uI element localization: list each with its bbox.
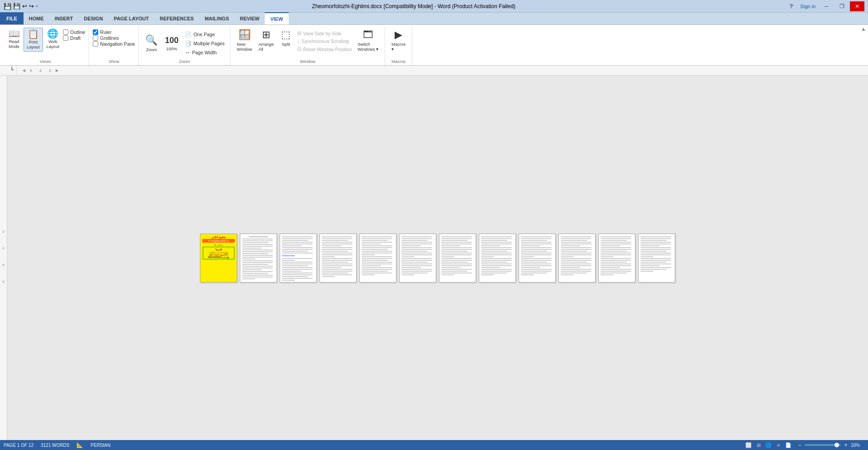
ruler-checkbox[interactable] (93, 29, 98, 35)
t (401, 249, 432, 250)
layout-icon: 📐 (76, 442, 83, 448)
switch-windows-button[interactable]: 🗔 SwitchWindows ▾ (355, 28, 381, 53)
p10 (559, 234, 595, 278)
left-ruler-marks: 2 4 6 8 (0, 76, 7, 284)
zoom-decrease-button[interactable]: − (796, 442, 803, 448)
sync-scrolling-button[interactable]: ↕ Synchronous Scrolling (296, 38, 354, 45)
tab-home[interactable]: HOME (24, 12, 49, 24)
t (401, 245, 421, 246)
outline-view-btn[interactable]: ≡ (774, 441, 783, 449)
tab-mailings[interactable]: MAILINGS (199, 12, 234, 24)
arrange-all-button[interactable]: ⊞ ArrangeAll (256, 28, 277, 53)
t (481, 260, 512, 261)
quick-access-save[interactable]: 💾 (13, 3, 20, 10)
multiple-pages-button[interactable]: 📑 Multiple Pages (183, 39, 226, 48)
print-layout-button[interactable]: 📋 PrintLayout (24, 28, 43, 52)
t (561, 267, 580, 268)
restore-button[interactable]: ❐ (835, 1, 849, 11)
multiple-pages-icon: 📑 (185, 40, 191, 47)
tab-insert[interactable]: INSERT (49, 12, 78, 24)
reset-window-button[interactable]: ⊡ Reset Window Position (296, 45, 354, 53)
close-button[interactable]: ✕ (850, 1, 864, 11)
t (601, 253, 631, 254)
quick-access-redo[interactable]: ↪ (29, 3, 34, 10)
zoom-slider[interactable] (805, 444, 841, 446)
split-button[interactable]: ⬚ Split (277, 28, 295, 48)
text-line (242, 253, 268, 254)
tab-file[interactable]: FILE (0, 12, 24, 24)
minimize-button[interactable]: ─ (819, 1, 834, 11)
left-ruler: 2 4 6 8 (0, 76, 7, 440)
new-window-button[interactable]: 🪟 NewWindow (234, 28, 255, 53)
view-mode-buttons: ⬜ ⊞ 🌐 ≡ 📄 (744, 441, 793, 449)
t (322, 236, 353, 237)
views-group-label: Views (40, 59, 51, 65)
t (640, 238, 671, 239)
draft-checkbox[interactable] (63, 35, 68, 41)
t (401, 253, 432, 254)
t (441, 253, 472, 254)
t (640, 265, 660, 266)
tab-references[interactable]: REFERENCES (154, 12, 199, 24)
t (322, 271, 353, 272)
p9 (519, 234, 555, 278)
view-side-by-side-button[interactable]: ⊟ View Side by Side (296, 29, 354, 37)
help-button[interactable]: ? (789, 3, 793, 10)
ribbon-collapse-button[interactable]: ▲ (861, 26, 866, 32)
tab-page-layout[interactable]: PAGE LAYOUT (108, 12, 154, 24)
page-2-content (240, 234, 277, 282)
t (362, 271, 388, 272)
print-view-btn[interactable]: ⬜ (744, 441, 753, 449)
draft-checkbox-label[interactable]: Draft (63, 35, 85, 41)
ruler-arrow-left[interactable]: ◄ (22, 68, 26, 73)
one-page-button[interactable]: 📄 One Page (183, 30, 226, 38)
one-page-label: One Page (193, 32, 215, 37)
read-mode-button[interactable]: 📖 ReadMode (5, 28, 23, 51)
t (362, 253, 392, 254)
page-header-line (248, 236, 268, 237)
ad-box: فارمیا پروژه دی ف، پایلوت با کمترین قیمت… (203, 247, 234, 259)
t (401, 265, 432, 266)
ribbon-group-show: Ruler Gridlines Navigation Pane Show (89, 26, 139, 65)
quick-access-undo[interactable]: ↩ (22, 3, 27, 10)
ruler-checkbox-label[interactable]: Ruler (93, 29, 135, 35)
t (322, 240, 348, 241)
outline-checkbox-label[interactable]: Outline (63, 29, 85, 35)
t (322, 263, 353, 264)
t (441, 258, 472, 259)
text-line (242, 244, 273, 245)
zoom-increase-button[interactable]: + (843, 442, 849, 448)
text-line (242, 275, 273, 276)
page-11 (598, 234, 635, 282)
nav-pane-checkbox[interactable] (93, 41, 98, 47)
sign-in-button[interactable]: Sign in (800, 4, 816, 9)
t (521, 238, 552, 239)
tab-design[interactable]: DESIGN (78, 12, 108, 24)
web-view-btn[interactable]: 🌐 (764, 441, 773, 449)
tab-view[interactable]: VIEW (265, 12, 288, 24)
t (521, 247, 552, 248)
t (521, 251, 547, 252)
ruler-arrow-right[interactable]: ► (55, 68, 59, 73)
t (601, 244, 631, 244)
t (481, 249, 512, 250)
ribbon-group-macros: ▶ Macros▾ Macros (385, 26, 412, 65)
nav-pane-checkbox-label[interactable]: Navigation Pane (93, 41, 135, 47)
gridlines-checkbox[interactable] (93, 35, 98, 41)
text-line (282, 263, 313, 264)
zoom-button[interactable]: 🔍 Zoom (143, 33, 160, 53)
first-page-ad: تحقیق آنلاین ★ TahghighOnline ★ برترین ه… (200, 234, 237, 282)
macros-button[interactable]: ▶ Macros▾ (389, 28, 408, 53)
t (521, 267, 540, 268)
draft-view-btn[interactable]: 📄 (784, 441, 793, 449)
zoom-100-button[interactable]: 100 100% (162, 34, 181, 53)
web-layout-button[interactable]: 🌐 WebLayout (44, 28, 62, 51)
t (322, 249, 353, 250)
text-line (242, 271, 273, 272)
outline-checkbox[interactable] (63, 29, 68, 35)
t (441, 251, 467, 252)
gridlines-checkbox-label[interactable]: Gridlines (93, 35, 135, 41)
tab-review[interactable]: REVIEW (234, 12, 265, 24)
full-reading-btn[interactable]: ⊞ (754, 441, 763, 449)
page-width-button[interactable]: ↔ Page Width (183, 48, 226, 57)
